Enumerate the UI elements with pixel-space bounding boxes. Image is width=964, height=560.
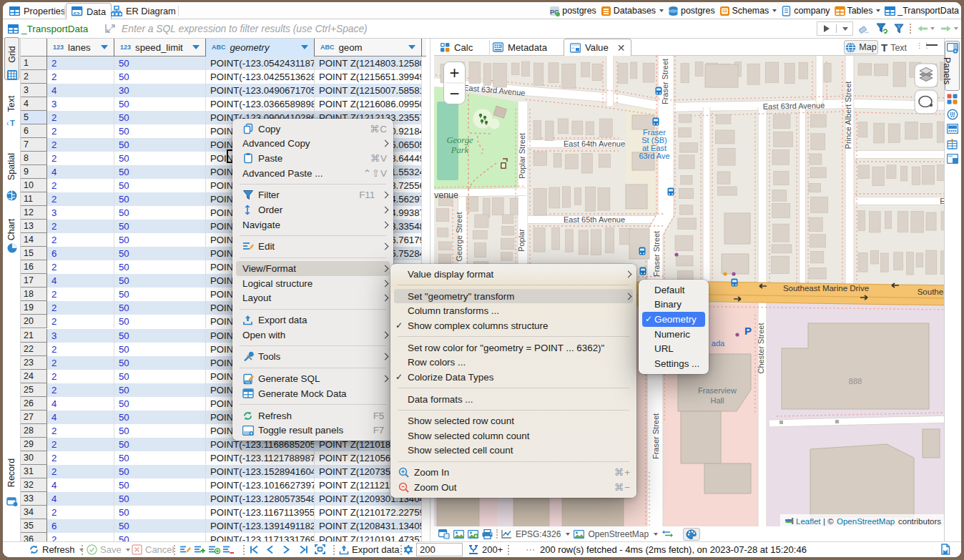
svg-text:Fraser Street: Fraser Street bbox=[661, 59, 669, 104]
svg-text:Fraserview: Fraserview bbox=[698, 386, 737, 395]
svg-text:East 64th Avenue: East 64th Avenue bbox=[564, 139, 625, 148]
svg-text:George Street: George Street bbox=[455, 212, 463, 261]
svg-text:−: − bbox=[449, 84, 459, 103]
svg-text:SQL: SQL bbox=[245, 380, 250, 383]
svg-text:+: + bbox=[449, 63, 459, 82]
svg-text:East 63rd Avenue: East 63rd Avenue bbox=[763, 101, 825, 111]
svg-text:George: George bbox=[446, 135, 473, 145]
svg-text:venue: venue bbox=[434, 190, 458, 200]
svg-text:Southeast Marine Drive: Southeast Marine Drive bbox=[783, 284, 869, 293]
svg-text:Leaflet: Leaflet bbox=[796, 517, 821, 526]
svg-text:Fraser Street: Fraser Street bbox=[651, 413, 660, 459]
svg-text:T: T bbox=[10, 119, 15, 127]
svg-text:| ©: | © bbox=[823, 517, 834, 526]
svg-text:<>: <> bbox=[73, 10, 80, 16]
svg-text:East 65th Avenue: East 65th Avenue bbox=[564, 215, 625, 224]
svg-text:63rd Ave: 63rd Ave bbox=[639, 152, 669, 160]
svg-text:Park: Park bbox=[451, 145, 469, 155]
svg-text:Fraser Street: Fraser Street bbox=[652, 231, 661, 277]
svg-text:ada: ada bbox=[712, 339, 725, 348]
svg-text:Chester Street: Chester Street bbox=[757, 323, 765, 374]
svg-text:contributors: contributors bbox=[898, 517, 941, 526]
svg-text:OpenStreetMap: OpenStreetMap bbox=[837, 517, 895, 526]
svg-text:Southeas: Southeas bbox=[918, 288, 944, 296]
svg-text:Prince Albert Street: Prince Albert Street bbox=[844, 82, 852, 149]
svg-text:Poplar: Poplar bbox=[517, 229, 526, 252]
svg-text:P: P bbox=[744, 325, 752, 337]
svg-text:Poplar Street: Poplar Street bbox=[518, 133, 526, 179]
svg-text:‹: ‹ bbox=[6, 119, 9, 127]
svg-text:Hall: Hall bbox=[711, 396, 724, 405]
svg-text:888: 888 bbox=[849, 377, 862, 385]
